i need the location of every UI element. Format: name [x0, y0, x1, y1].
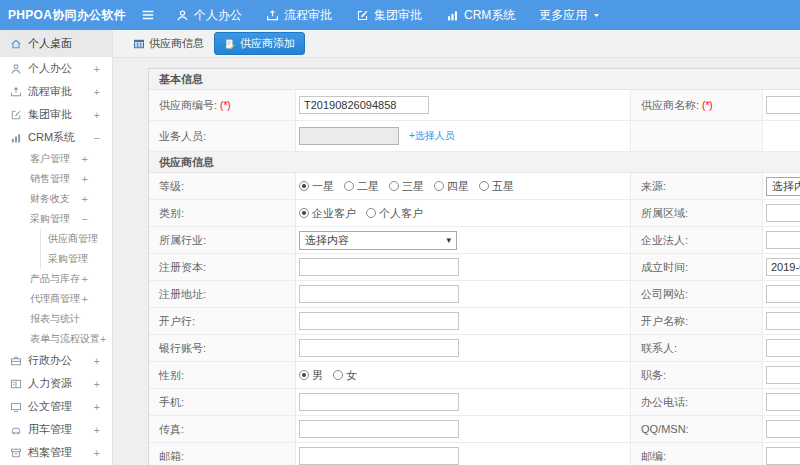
radio-option[interactable]: 一星: [299, 179, 334, 194]
choose-person-link[interactable]: +选择人员: [409, 129, 455, 143]
readonly-input[interactable]: [299, 127, 399, 145]
radio-dot: [333, 370, 343, 380]
field-value-cell: 选择内容▾: [296, 227, 631, 253]
expand-toggle-icon[interactable]: +: [94, 447, 100, 459]
select-input[interactable]: 选择内容▾: [766, 177, 800, 196]
field-label: 所属行业:: [159, 233, 206, 248]
field-label-cell: 邮箱:: [149, 443, 296, 465]
text-input[interactable]: [299, 420, 459, 438]
tab-supplier-add[interactable]: 供应商添加: [214, 32, 305, 55]
expand-toggle-icon[interactable]: +: [94, 424, 100, 436]
expand-toggle-icon[interactable]: +: [94, 109, 100, 121]
expand-toggle-icon[interactable]: +: [94, 86, 100, 98]
expand-toggle-icon[interactable]: +: [100, 333, 106, 345]
sidebar-item[interactable]: 公文管理+: [0, 395, 112, 418]
text-input[interactable]: [766, 204, 800, 222]
tab-supplier-info[interactable]: 供应商信息: [133, 36, 204, 51]
text-input[interactable]: [766, 312, 800, 330]
expand-toggle-icon[interactable]: +: [94, 63, 100, 75]
expand-toggle-icon[interactable]: +: [82, 193, 88, 205]
text-input[interactable]: [766, 393, 800, 411]
field-value-cell: [763, 389, 800, 415]
car-icon: [10, 424, 22, 436]
field-label-cell: 职务:: [631, 362, 763, 388]
text-input[interactable]: [766, 285, 800, 303]
field-value-cell: [296, 308, 631, 334]
menu-toggle-button[interactable]: [136, 8, 160, 22]
field-label-cell: 供应商编号:(*): [149, 90, 296, 120]
text-input[interactable]: [766, 258, 800, 276]
sidebar-item[interactable]: 财务收支+: [0, 189, 112, 209]
expand-toggle-icon[interactable]: −: [94, 132, 100, 144]
radio-option[interactable]: 三星: [389, 179, 424, 194]
sidebar-item[interactable]: 流程审批+: [0, 80, 112, 103]
topnav-item[interactable]: CRM系统: [446, 7, 515, 24]
radio-option[interactable]: 个人客户: [366, 206, 423, 221]
topnav-item[interactable]: 流程审批: [266, 7, 332, 24]
radio-option[interactable]: 二星: [344, 179, 379, 194]
sidebar-item[interactable]: 供应商管理: [0, 229, 112, 249]
expand-toggle-icon[interactable]: +: [82, 153, 88, 165]
text-input[interactable]: [299, 258, 459, 276]
expand-toggle-icon[interactable]: +: [82, 173, 88, 185]
text-input[interactable]: [766, 231, 800, 249]
sidebar-item[interactable]: 人力资源+: [0, 372, 112, 395]
sidebar-item[interactable]: 行政办公+: [0, 349, 112, 372]
radio-option[interactable]: 男: [299, 368, 323, 383]
field-label: 开户名称:: [641, 314, 688, 329]
sidebar-item[interactable]: 代理商管理+: [0, 289, 112, 309]
field-label: 联系人:: [641, 341, 677, 356]
empty-label-cell: [631, 121, 763, 151]
text-input[interactable]: [766, 366, 800, 384]
text-input[interactable]: [299, 96, 429, 114]
sidebar-item[interactable]: 档案管理+: [0, 441, 112, 464]
topnav-item[interactable]: 个人办公: [176, 7, 242, 24]
supplier-add-form: 基本信息供应商编号:(*)供应商名称:(*)业务人员:+选择人员供应商信息等级:…: [148, 68, 800, 465]
sidebar-item[interactable]: 个人办公+: [0, 57, 112, 80]
sidebar-item[interactable]: 个人桌面: [0, 30, 112, 57]
text-input[interactable]: [299, 312, 459, 330]
radio-option[interactable]: 企业客户: [299, 206, 356, 221]
sidebar-item[interactable]: 销售管理+: [0, 169, 112, 189]
sidebar-item[interactable]: 采购管理−: [0, 209, 112, 229]
text-input[interactable]: [766, 420, 800, 438]
sidebar-item[interactable]: 报表与统计: [0, 309, 112, 329]
text-input[interactable]: [299, 339, 459, 357]
sidebar-item[interactable]: 表单与流程设置+: [0, 329, 112, 349]
sidebar-item[interactable]: 客户管理+: [0, 149, 112, 169]
topnav-item[interactable]: 集团审批: [356, 7, 422, 24]
field-label: 供应商名称:: [641, 98, 699, 113]
sidebar-item-label: 用车管理: [28, 422, 72, 437]
tab-label: 供应商添加: [240, 36, 295, 51]
topnav-item[interactable]: 更多应用: [539, 7, 601, 24]
select-input[interactable]: 选择内容▾: [299, 231, 457, 250]
text-input[interactable]: [299, 285, 459, 303]
topnav-item-label: 集团审批: [374, 7, 422, 24]
field-value-cell: [296, 443, 631, 465]
field-value-cell: [763, 281, 800, 307]
text-input[interactable]: [766, 339, 800, 357]
expand-toggle-icon[interactable]: +: [82, 273, 88, 285]
sidebar-item[interactable]: 产品与库存+: [0, 269, 112, 289]
text-input[interactable]: [299, 447, 459, 465]
sidebar-item[interactable]: CRM系统−: [0, 126, 112, 149]
field-label: 成立时间:: [641, 260, 688, 275]
radio-option[interactable]: 四星: [434, 179, 469, 194]
expand-toggle-icon[interactable]: −: [82, 213, 88, 225]
text-input[interactable]: [766, 96, 800, 114]
text-input[interactable]: [299, 393, 459, 411]
sidebar-item[interactable]: 集团审批+: [0, 103, 112, 126]
field-label: 邮箱:: [159, 449, 184, 464]
sidebar-item[interactable]: 采购管理: [0, 249, 112, 269]
text-input[interactable]: [766, 447, 800, 465]
radio-option[interactable]: 五星: [479, 179, 514, 194]
add-doc-icon: [224, 38, 236, 50]
radio-option[interactable]: 女: [333, 368, 357, 383]
expand-toggle-icon[interactable]: +: [94, 378, 100, 390]
expand-toggle-icon[interactable]: +: [82, 293, 88, 305]
expand-toggle-icon[interactable]: +: [94, 355, 100, 367]
expand-toggle-icon[interactable]: +: [94, 401, 100, 413]
archive-icon: [10, 447, 22, 459]
radio-option-label: 五星: [492, 179, 514, 194]
sidebar-item[interactable]: 用车管理+: [0, 418, 112, 441]
